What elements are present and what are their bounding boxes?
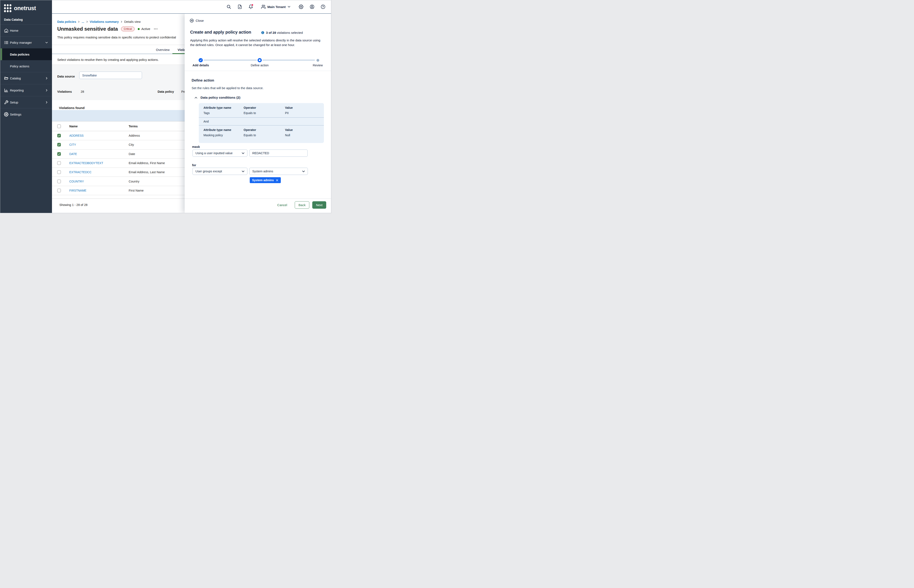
sidebar-item-reporting[interactable]: Reporting: [0, 84, 52, 96]
sidebar-item-home[interactable]: Home: [0, 24, 52, 36]
brand-logo[interactable]: onetrust: [0, 0, 52, 13]
folder-icon: [4, 76, 8, 81]
for-label: for: [192, 163, 196, 167]
bar-chart-icon: [4, 88, 8, 92]
row-checkbox[interactable]: [57, 170, 61, 174]
panel-description: Applying this policy action will resolve…: [190, 38, 323, 47]
topbar: Main Tenant: [52, 0, 331, 14]
for-method-select[interactable]: User groups except: [193, 168, 248, 175]
sidebar-item-catalog[interactable]: Catalog: [0, 72, 52, 84]
condition-header-row: Attribute type name Operator Value: [199, 106, 324, 111]
remove-chip-icon[interactable]: [276, 179, 278, 182]
violation-terms: First Name: [129, 189, 144, 192]
selected-group-chip[interactable]: System admins: [250, 177, 281, 183]
next-button[interactable]: Next: [312, 201, 326, 209]
step-label-define-action: Define action: [251, 64, 269, 67]
data-policy-label: Data policy: [158, 90, 174, 93]
notifications-button[interactable]: [249, 5, 253, 9]
users-icon: [261, 5, 266, 9]
back-button[interactable]: Back: [295, 201, 309, 209]
mask-value-input[interactable]: [249, 150, 307, 157]
violations-count-label: Violations: [57, 90, 72, 93]
breadcrumb-current: Details view: [124, 20, 141, 23]
violation-name-link[interactable]: ADDRESS: [69, 134, 84, 137]
breadcrumb-separator-icon: [86, 21, 88, 23]
violation-name-link[interactable]: CITY: [69, 143, 76, 146]
breadcrumb-separator-icon: [78, 21, 80, 23]
onetrust-dots-logo-icon: [4, 4, 11, 13]
violation-name-link[interactable]: COUNTRY: [69, 180, 84, 183]
tenant-switcher[interactable]: Main Tenant: [261, 5, 291, 9]
violations-count-value: 28: [81, 90, 84, 93]
row-checkbox[interactable]: [57, 143, 61, 147]
sidebar-item-policy-actions[interactable]: Policy actions: [0, 60, 52, 72]
status-label: Active: [141, 27, 150, 31]
row-checkbox[interactable]: [57, 152, 61, 156]
conditions-title: Data policy conditions (2): [201, 96, 241, 100]
violation-name-link[interactable]: EXTRACTEDCC: [69, 170, 92, 174]
info-icon: [261, 31, 264, 34]
violation-name-link[interactable]: DATE: [69, 152, 77, 156]
user-groups-select[interactable]: System admins: [249, 168, 308, 175]
conditions-collapse-toggle[interactable]: Data policy conditions (2): [194, 96, 241, 100]
define-action-subtitle: Set the rules that will be applied to th…: [192, 86, 264, 90]
more-menu-icon[interactable]: [154, 27, 158, 31]
sidebar-item-setup[interactable]: Setup: [0, 96, 52, 108]
violation-name-link[interactable]: EXTRACTEDBODYTEXT: [69, 162, 103, 165]
help-icon[interactable]: [321, 5, 325, 9]
violation-name-link[interactable]: FIRSTNAME: [69, 189, 86, 192]
active-status-dot: [138, 28, 140, 30]
close-button[interactable]: Close: [190, 19, 204, 23]
column-header-terms: Terms: [129, 124, 138, 128]
breadcrumb-separator-icon: [120, 21, 123, 23]
breadcrumb-violations-summary[interactable]: Violations summary: [90, 20, 119, 23]
row-checkbox[interactable]: [57, 179, 61, 183]
violation-terms: City: [129, 143, 134, 146]
chevron-up-icon: [194, 96, 198, 100]
column-header-name: Name: [69, 124, 78, 128]
account-icon[interactable]: [310, 5, 314, 9]
chevron-right-icon: [45, 77, 48, 80]
violations-found-heading: Violations found: [59, 106, 84, 110]
step-label-add-details: Add details: [193, 64, 209, 67]
active-item-accent: [0, 48, 2, 60]
close-arrow-icon: [190, 19, 194, 23]
document-check-icon[interactable]: [238, 5, 242, 9]
title-row: Unmasked sensitive data Critical Active: [57, 26, 158, 32]
mask-label: mask: [192, 145, 200, 149]
tab-overview[interactable]: Overview: [155, 47, 170, 52]
conditions-card: Attribute type name Operator Value Tags …: [199, 103, 324, 143]
stepper-divider: [184, 71, 331, 71]
selection-count-text: 3 of 28 violations selected: [266, 31, 303, 34]
chevron-right-icon: [45, 89, 48, 92]
violation-terms: Date: [129, 152, 135, 156]
mask-row: Using a user inputted value: [193, 150, 307, 157]
step-review-marker[interactable]: [317, 59, 319, 62]
row-checkbox[interactable]: [57, 134, 61, 137]
select-all-checkbox[interactable]: [57, 124, 61, 128]
gear-icon[interactable]: [299, 5, 303, 9]
breadcrumb: Data policies ... Violations summary Det…: [57, 20, 141, 23]
row-checkbox[interactable]: [57, 162, 61, 165]
sidebar-item-data-policies[interactable]: Data policies: [0, 48, 52, 60]
stepper-connector: [204, 60, 257, 60]
breadcrumb-data-policies[interactable]: Data policies: [57, 20, 76, 23]
data-source-input[interactable]: [79, 72, 142, 79]
footer-divider: [184, 199, 331, 199]
gear-icon: [4, 112, 8, 116]
step-define-action-marker[interactable]: [257, 58, 262, 62]
sidebar-item-settings[interactable]: Settings: [0, 108, 52, 120]
step-add-details-marker[interactable]: [199, 58, 203, 62]
violation-terms: Email Address, Last Name: [129, 170, 165, 174]
condition-header-row: Attribute type name Operator Value: [199, 126, 324, 134]
search-icon[interactable]: [226, 5, 231, 9]
cancel-button[interactable]: Cancel: [275, 201, 289, 209]
breadcrumb-ellipsis[interactable]: ...: [82, 20, 84, 23]
selection-info: 3 of 28 violations selected: [261, 31, 303, 34]
tenant-name: Main Tenant: [267, 5, 286, 9]
condition-row: Masking policy Equals to Null: [199, 134, 324, 140]
chevron-down-icon: [302, 170, 305, 173]
mask-method-select[interactable]: Using a user inputted value: [193, 150, 248, 157]
row-checkbox[interactable]: [57, 189, 61, 192]
sidebar-item-policy-manager[interactable]: Policy manager: [0, 37, 52, 48]
